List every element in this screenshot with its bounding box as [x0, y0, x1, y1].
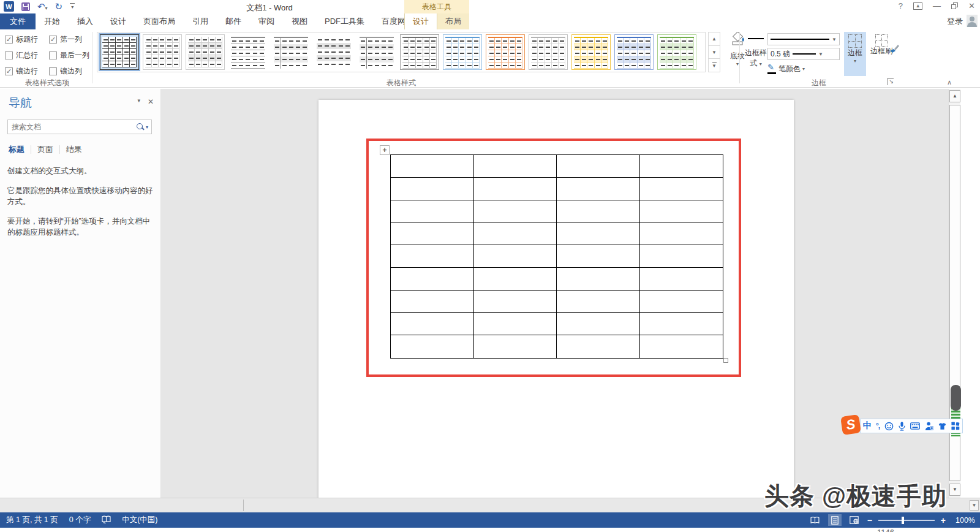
table-cell[interactable] — [391, 313, 474, 335]
tab-2[interactable]: 设计 — [102, 13, 135, 29]
microphone-icon[interactable] — [898, 422, 906, 431]
table-cell[interactable] — [391, 200, 474, 223]
gallery-scroll-up-icon[interactable]: ▲ — [708, 32, 720, 46]
table-cell[interactable] — [474, 245, 557, 268]
checkbox-icon[interactable] — [5, 51, 13, 59]
table-cell[interactable] — [391, 155, 474, 178]
table-cell[interactable] — [640, 155, 723, 178]
print-layout-icon[interactable] — [828, 514, 842, 526]
gallery-scroll-down-icon[interactable]: ▼ — [708, 46, 720, 59]
overlay-scroll-thumb[interactable] — [951, 385, 961, 411]
table-style-thumb-13[interactable] — [657, 34, 696, 70]
zoom-level[interactable]: 100% — [952, 516, 975, 525]
user-icon[interactable] — [925, 422, 933, 431]
search-input[interactable] — [8, 123, 137, 131]
table-cell[interactable] — [391, 222, 474, 245]
gallery-more-icon[interactable]: ▼ — [708, 59, 720, 72]
table-style-thumb-9[interactable] — [486, 34, 525, 70]
document-table[interactable] — [390, 154, 723, 359]
nav-tab-0[interactable]: 标题 — [9, 144, 31, 155]
checkbox-icon[interactable]: ✓ — [49, 36, 57, 44]
table-cell[interactable] — [474, 200, 557, 223]
search-options-icon[interactable]: ▾ — [146, 124, 148, 130]
table-cell[interactable] — [391, 178, 474, 200]
table-cell[interactable] — [557, 200, 640, 223]
table-cell[interactable] — [391, 245, 474, 268]
sogou-logo[interactable]: S — [840, 414, 861, 435]
table-cell[interactable] — [474, 291, 557, 313]
read-mode-icon[interactable] — [809, 514, 822, 526]
customize-qat-button[interactable]: ▾ — [70, 3, 75, 10]
table-style-thumb-6[interactable] — [357, 34, 396, 70]
line-weight-dropdown[interactable]: 0.5 磅▼ — [767, 48, 840, 60]
table-move-handle[interactable]: + — [380, 145, 390, 155]
table-style-thumb-1[interactable] — [143, 34, 182, 70]
table-style-thumb-5[interactable] — [314, 34, 353, 70]
style-option-5[interactable]: 镶边列 — [49, 66, 102, 77]
minimize-icon[interactable]: — — [933, 2, 941, 10]
tab-1[interactable]: 插入 — [69, 13, 102, 29]
table-cell[interactable] — [474, 335, 557, 358]
proofing-icon[interactable] — [102, 515, 111, 525]
scroll-up-icon[interactable]: ▲ — [949, 90, 960, 102]
style-option-4[interactable]: ✓镶边行 — [5, 66, 49, 77]
toolbox-grid-icon[interactable] — [951, 422, 960, 430]
ime-punctuation-icon[interactable]: °, — [876, 422, 880, 430]
scroll-down-corner-icon[interactable]: ▼ — [970, 500, 979, 511]
avatar[interactable] — [967, 15, 978, 27]
table-cell[interactable] — [391, 291, 474, 313]
language-indicator[interactable]: 中文(中国) — [122, 515, 157, 525]
checkbox-icon[interactable]: ✓ — [5, 36, 13, 44]
restore-icon[interactable] — [951, 2, 958, 9]
zoom-slider[interactable] — [878, 520, 935, 521]
tab-6[interactable]: 审阅 — [250, 13, 283, 29]
table-cell[interactable] — [640, 245, 723, 268]
pen-color-button[interactable]: ✎ 笔颜色▾ — [767, 64, 805, 74]
table-cell[interactable] — [640, 291, 723, 313]
table-style-thumb-12[interactable] — [614, 34, 654, 70]
table-style-thumb-3[interactable] — [228, 34, 268, 70]
save-icon[interactable] — [21, 2, 30, 11]
table-cell[interactable] — [557, 268, 640, 291]
nav-close-icon[interactable]: ✕ — [148, 97, 154, 106]
table-cell[interactable] — [474, 178, 557, 200]
search-icon[interactable] — [137, 123, 145, 131]
style-option-0[interactable]: ✓标题行 — [5, 34, 49, 45]
border-styles-button[interactable]: 边框样式 ▾ — [742, 33, 769, 77]
zoom-in-icon[interactable]: + — [941, 515, 946, 525]
contextual-tab-0[interactable]: 设计 — [404, 13, 437, 29]
ime-mode-chinese[interactable]: 中 — [863, 420, 872, 431]
collapse-ribbon-icon[interactable]: ∧ — [947, 78, 952, 86]
table-cell[interactable] — [640, 222, 723, 245]
table-cell[interactable] — [557, 245, 640, 268]
borders-button[interactable]: 边框 ▾ — [844, 32, 866, 76]
tab-4[interactable]: 引用 — [184, 13, 217, 29]
sign-in-link[interactable]: 登录 — [947, 16, 963, 27]
contextual-tab-1[interactable]: 布局 — [437, 13, 469, 29]
table-cell[interactable] — [640, 178, 723, 200]
nav-tab-1[interactable]: 页面 — [31, 144, 59, 155]
undo-button[interactable]: ↶▾ — [37, 2, 48, 12]
table-cell[interactable] — [391, 335, 474, 358]
tab-file[interactable]: 文件 — [0, 13, 36, 29]
table-style-thumb-7[interactable] — [400, 34, 439, 70]
table-cell[interactable] — [557, 313, 640, 335]
ribbon-display-options-icon[interactable]: ▲ — [913, 2, 922, 10]
web-layout-icon[interactable] — [848, 514, 861, 526]
tab-7[interactable]: 视图 — [283, 13, 316, 29]
word-count[interactable]: 0 个字 — [69, 515, 91, 525]
checkbox-icon[interactable]: ✓ — [5, 67, 13, 75]
scroll-down-icon[interactable]: ▼ — [949, 484, 960, 496]
line-style-dropdown[interactable]: ▼ — [767, 33, 840, 45]
table-cell[interactable] — [557, 222, 640, 245]
tab-0[interactable]: 开始 — [36, 13, 69, 29]
checkbox-icon[interactable] — [49, 67, 57, 75]
style-option-1[interactable]: ✓第一列 — [49, 34, 102, 45]
table-cell[interactable] — [640, 200, 723, 223]
nav-options-icon[interactable]: ▾ — [137, 97, 140, 106]
table-cell[interactable] — [557, 178, 640, 200]
table-cell[interactable] — [391, 268, 474, 291]
nav-tab-2[interactable]: 结果 — [60, 144, 88, 155]
table-style-thumb-2[interactable] — [186, 34, 225, 70]
table-cell[interactable] — [474, 222, 557, 245]
